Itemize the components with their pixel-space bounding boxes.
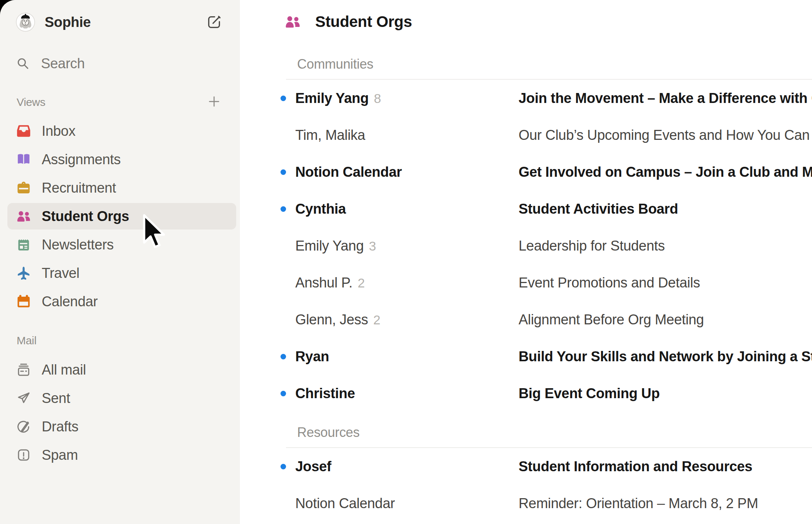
- unread-dot: [281, 96, 286, 101]
- mail-header-label: Mail: [17, 334, 37, 347]
- mail-folder-list: All mail Sent Drafts Spam: [0, 356, 240, 470]
- search-label: Search: [41, 56, 85, 72]
- unread-dot: [281, 354, 286, 359]
- drafts-icon: [16, 419, 31, 434]
- subject: Reminder: Orientation – March 8, 2 PM: [519, 496, 758, 511]
- avatar[interactable]: [16, 13, 35, 32]
- search-icon: [16, 56, 30, 70]
- all-mail-icon: [16, 362, 31, 378]
- sender-name: Emily Yang: [295, 238, 364, 254]
- calendar-icon: [16, 294, 31, 309]
- sidebar-item-assignments[interactable]: Assignments: [7, 146, 236, 173]
- sender-name: Notion Calendar: [295, 164, 402, 180]
- people-icon: [284, 13, 301, 30]
- sender-name: Notion Calendar: [295, 496, 395, 511]
- sidebar-item-sent[interactable]: Sent: [7, 385, 236, 411]
- views-section-header: Views: [17, 94, 229, 110]
- views-header-label: Views: [17, 96, 45, 108]
- mail-row[interactable]: Notion Calendar Reminder: Orientation – …: [240, 485, 812, 522]
- sender-name: Cynthia: [295, 201, 346, 217]
- sidebar-item-calendar[interactable]: Calendar: [7, 288, 236, 315]
- sender-name: Anshul P.: [295, 275, 352, 290]
- mail-row[interactable]: Christine Big Event Coming Up: [240, 375, 812, 412]
- plane-icon: [16, 265, 31, 281]
- mail-app-window: Sophie Search Views: [0, 0, 812, 524]
- mail-row[interactable]: Emily Yang3 Leadership for Students: [240, 227, 812, 264]
- section-rows: Emily Yang8 Join the Movement – Make a D…: [240, 80, 812, 412]
- unread-count: 8: [374, 91, 381, 106]
- unread-count: 3: [369, 239, 376, 253]
- unread-count: 2: [373, 313, 380, 327]
- subject: Join the Movement – Make a Difference wi…: [519, 90, 812, 106]
- sidebar-item-newsletters[interactable]: Newsletters: [7, 231, 236, 258]
- mail-section: Communities Emily Yang8 Join the Movemen…: [240, 54, 812, 412]
- add-view-button[interactable]: [207, 94, 221, 109]
- search-row[interactable]: Search: [16, 54, 229, 73]
- sender-name: Glenn, Jess: [295, 312, 368, 327]
- mail-row[interactable]: Josef Student Information and Resources: [240, 448, 812, 485]
- book-icon: [16, 152, 31, 167]
- message-list-pane: Student Orgs Communities Emily Yang8 Joi…: [240, 0, 812, 524]
- mail-row[interactable]: Notion Calendar Get Involved on Campus –…: [240, 154, 812, 190]
- sender-name: Tim, Malika: [295, 127, 365, 143]
- sidebar-item-student-orgs[interactable]: Student Orgs: [7, 203, 236, 230]
- mail-row[interactable]: Anshul P.2 Event Promotions and Details: [240, 264, 812, 301]
- compose-button[interactable]: [206, 14, 222, 30]
- views-list: Inbox Assignments Recruitment Student Or…: [0, 118, 240, 317]
- subject: Event Promotions and Details: [519, 275, 700, 291]
- subject: Build Your Skills and Network by Joining…: [519, 349, 812, 365]
- mail-row[interactable]: Tim, Malika Our Club’s Upcoming Events a…: [240, 117, 812, 154]
- profile-name: Sophie: [45, 14, 91, 30]
- main-header: Student Orgs: [240, 0, 812, 44]
- sidebar-item-spam[interactable]: Spam: [7, 442, 236, 468]
- sections-container: Communities Emily Yang8 Join the Movemen…: [240, 54, 812, 522]
- sidebar-item-recruitment[interactable]: Recruitment: [7, 175, 236, 201]
- subject: Student Activities Board: [519, 201, 678, 217]
- sidebar-item-inbox[interactable]: Inbox: [7, 118, 236, 144]
- people-icon: [16, 208, 31, 224]
- mail-row[interactable]: Emily Yang8 Join the Movement – Make a D…: [240, 80, 812, 117]
- unread-dot: [281, 206, 286, 212]
- unread-dot: [281, 464, 286, 469]
- briefcase-icon: [16, 180, 31, 196]
- sender-name: Ryan: [295, 349, 329, 364]
- section-label: Resources: [297, 422, 812, 443]
- profile-row: Sophie: [16, 13, 229, 32]
- sidebar-item-all-mail[interactable]: All mail: [7, 356, 236, 383]
- sidebar-item-drafts[interactable]: Drafts: [7, 413, 236, 440]
- unread-count: 2: [358, 276, 365, 290]
- section-rows: Josef Student Information and Resources …: [240, 448, 812, 522]
- subject: Leadership for Students: [519, 238, 665, 254]
- spam-icon: [16, 447, 31, 463]
- section-label: Communities: [297, 54, 812, 75]
- send-icon: [16, 390, 31, 406]
- subject: Get Involved on Campus – Join a Club and…: [519, 164, 812, 180]
- subject: Student Information and Resources: [519, 459, 752, 475]
- mail-row[interactable]: Glenn, Jess2 Alignment Before Org Meetin…: [240, 301, 812, 338]
- subject: Alignment Before Org Meeting: [519, 312, 704, 328]
- sender-name: Emily Yang: [295, 90, 369, 106]
- mail-section-header: Mail: [17, 332, 229, 349]
- page-title: Student Orgs: [315, 13, 412, 31]
- sender-name: Christine: [295, 386, 355, 401]
- mail-row[interactable]: Ryan Build Your Skills and Network by Jo…: [240, 338, 812, 375]
- inbox-icon: [16, 123, 31, 139]
- unread-dot: [281, 169, 286, 175]
- subject: Big Event Coming Up: [519, 386, 660, 401]
- sidebar-item-travel[interactable]: Travel: [7, 260, 236, 286]
- mail-row[interactable]: Cynthia Student Activities Board: [240, 190, 812, 227]
- sender-name: Josef: [295, 459, 331, 474]
- sidebar: Sophie Search Views: [0, 0, 240, 524]
- subject: Our Club’s Upcoming Events and How You C…: [519, 127, 812, 143]
- unread-dot: [281, 391, 286, 396]
- newspaper-icon: [16, 237, 31, 252]
- mail-section: Resources Josef Student Information and …: [240, 422, 812, 522]
